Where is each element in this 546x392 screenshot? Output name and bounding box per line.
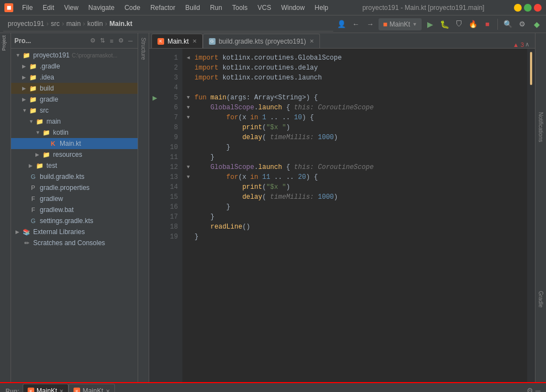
gutter-14 (149, 182, 160, 192)
menu-view[interactable]: View (60, 3, 83, 13)
editor-tabs: K Main.kt ✕ G build.gradle.kts (proyecto… (149, 33, 535, 49)
breadcrumb-project[interactable]: proyecto191 (8, 20, 44, 28)
menu-edit[interactable]: Edit (38, 3, 59, 13)
tree-item-buildgradle[interactable]: G build.gradle.kts (11, 171, 138, 182)
tab-mainkt[interactable]: K Main.kt ✕ (151, 34, 203, 48)
close-button[interactable]: ✕ (534, 4, 542, 12)
code-line-7: ▼ for(x in 1 .. .. 10) { (187, 113, 523, 123)
gutter-12 (149, 162, 160, 172)
gutter-5-run[interactable]: ▶ (149, 93, 160, 103)
project-sidebar-label[interactable]: Project (0, 33, 11, 53)
tree-item-gradlewbat[interactable]: F gradlew.bat (11, 204, 138, 215)
project-filter-icon[interactable]: ≡ (108, 37, 116, 45)
tree-item-gradlew[interactable]: F gradlew (11, 193, 138, 204)
tab-buildgradle[interactable]: G build.gradle.kts (proyecto191) ✕ (203, 34, 320, 48)
run-panel-label: Run: (2, 388, 23, 393)
project-settings-icon[interactable]: ⚙ (117, 37, 125, 45)
menu-code[interactable]: Code (120, 3, 145, 13)
folder-icon: 📁 (42, 151, 51, 158)
menu-window[interactable]: Window (277, 3, 309, 13)
run-settings-btn[interactable]: ⚙ (527, 386, 533, 392)
kotlin-file-icon: K (49, 140, 57, 147)
tree-item-build[interactable]: ▶ 📁 build (11, 83, 138, 94)
tab-buildgradle-close[interactable]: ✕ (309, 38, 314, 44)
fold-12[interactable]: ▼ (187, 162, 193, 172)
menu-refactor[interactable]: Refactor (146, 3, 180, 13)
tree-item-src[interactable]: ▼ 📁 src (11, 105, 138, 116)
project-gear-icon[interactable]: ⚙ (89, 37, 97, 45)
fold-6[interactable]: ▼ (187, 103, 193, 113)
gutter-1 (149, 53, 160, 63)
run-config[interactable]: ◼ MainKt ▼ (379, 18, 422, 30)
run-tab-1[interactable]: K MainKt ✕ (23, 384, 69, 393)
run-btn[interactable]: ▶ (424, 18, 436, 30)
plugin-btn[interactable]: ◆ (531, 18, 543, 30)
code-line-10: } (187, 142, 523, 152)
scrollbar-thumb[interactable] (530, 52, 532, 85)
run-tab-1-close[interactable]: ✕ (59, 388, 64, 393)
tree-item-extlibs[interactable]: ▶ 📚 External Libraries (11, 226, 138, 237)
menu-file[interactable]: File (18, 3, 37, 13)
run-tab-2[interactable]: K MainKt ✕ (69, 384, 114, 393)
tree-kotlin-name: kotlin (53, 129, 69, 136)
code-line-13: ▼ for(x in 11 .. .. 20) { (187, 172, 523, 182)
tree-item-kotlin[interactable]: ▼ 📁 kotlin (11, 127, 138, 138)
menu-run[interactable]: Run (206, 3, 227, 13)
menu-build[interactable]: Build (181, 3, 204, 13)
tree-item-idea[interactable]: ▶ 📁 .idea (11, 72, 138, 83)
breadcrumb-src[interactable]: src (51, 20, 60, 28)
fold-13[interactable]: ▼ (187, 172, 193, 182)
menu-bar: File Edit View Navigate Code Refactor Bu… (18, 3, 333, 13)
file-icon: F (29, 195, 38, 203)
gradle-label[interactable]: Gradle (537, 289, 545, 310)
fold-7[interactable]: ▼ (187, 113, 193, 123)
structure-label[interactable]: Structure (139, 35, 148, 62)
stop-btn[interactable]: ■ (481, 18, 494, 30)
tab-mainkt-close[interactable]: ✕ (192, 38, 197, 44)
search-everywhere-btn[interactable]: 🔍 (502, 18, 514, 30)
project-minimize-icon[interactable]: ─ (127, 37, 134, 45)
tree-item-resources[interactable]: ▶ 📁 resources (11, 149, 138, 160)
tree-item-mainkt[interactable]: K Main.kt (11, 138, 138, 149)
debug-btn[interactable]: 🐛 (438, 18, 450, 30)
menu-navigate[interactable]: Navigate (84, 3, 119, 13)
back-btn[interactable]: ← (350, 18, 362, 30)
scratch-icon: ✏ (22, 239, 31, 247)
fwd-btn[interactable]: → (364, 18, 376, 30)
breadcrumb-file[interactable]: Main.kt (109, 20, 132, 28)
profile-btn[interactable]: 🔥 (467, 18, 479, 30)
fold-5[interactable]: ▼ (187, 93, 193, 103)
coverage-btn[interactable]: ⛉ (453, 18, 465, 30)
tree-resources-name: resources (53, 151, 82, 158)
run-tab-2-close[interactable]: ✕ (106, 388, 110, 393)
tree-item-properties[interactable]: P gradle.properties (11, 182, 138, 193)
code-line-5: ▼ fun main(args: Array<String>) { (187, 93, 523, 103)
breadcrumb-main[interactable]: main (66, 20, 81, 28)
run-config-label: MainKt (390, 20, 410, 28)
gradle-tab-icon: G (209, 38, 216, 45)
tree-mainkt-name: Main.kt (60, 140, 81, 147)
tree-item-scratches[interactable]: ✏ Scratches and Consoles (11, 237, 138, 248)
project-sort-icon[interactable]: ⇅ (98, 37, 106, 45)
toolbar-separator (497, 19, 498, 30)
fold-1[interactable]: ◀ (187, 53, 193, 63)
menu-help[interactable]: Help (310, 3, 333, 13)
code-editor[interactable]: ◀ import kotlinx.coroutines.GlobalScope … (182, 49, 527, 382)
minimize-button[interactable]: ─ (514, 4, 522, 12)
notifications-label[interactable]: Notifications (537, 110, 545, 144)
run-minimize-btn[interactable]: ─ (536, 386, 540, 392)
expand-gutter-btn[interactable]: ∧ (525, 41, 529, 48)
tree-item-test[interactable]: ▶ 📁 test (11, 160, 138, 171)
maximize-button[interactable]: □ (524, 4, 532, 12)
menu-tools[interactable]: Tools (228, 3, 252, 13)
code-line-14: print("$x ") (187, 182, 523, 192)
tree-item-main[interactable]: ▼ 📁 main (11, 116, 138, 127)
tree-item-settings[interactable]: G settings.gradle.kts (11, 215, 138, 226)
tree-item-gradle[interactable]: ▶ 📁 .gradle (11, 61, 138, 72)
search-toolbar-btn[interactable]: 👤 (335, 18, 348, 30)
settings-btn[interactable]: ⚙ (516, 18, 528, 30)
tree-item-gradlefolder[interactable]: ▶ 📁 gradle (11, 94, 138, 105)
tree-item-root[interactable]: ▼ 📁 proyecto191 C:\programaskot... (11, 50, 138, 61)
breadcrumb-kotlin[interactable]: kotlin (87, 20, 103, 28)
menu-vcs[interactable]: VCS (253, 3, 276, 13)
